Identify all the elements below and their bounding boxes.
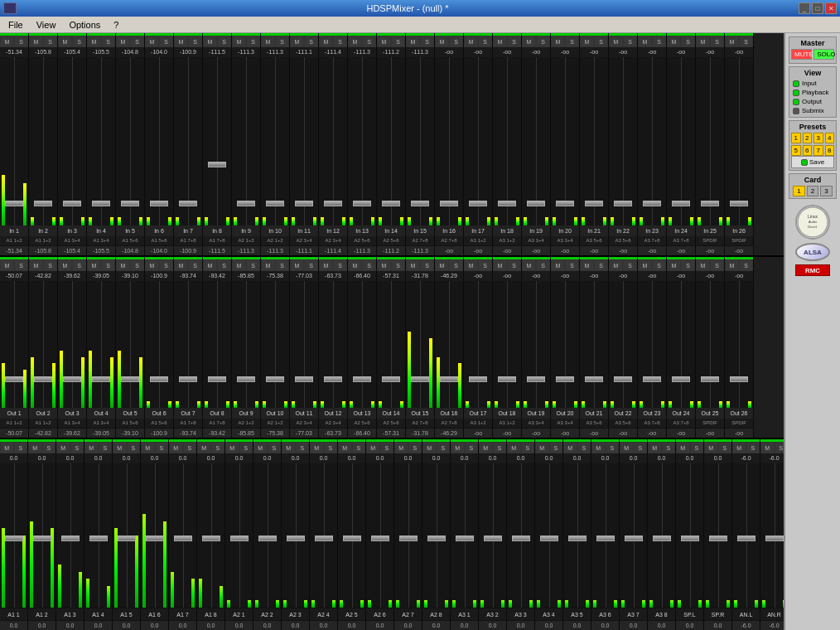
mute-button[interactable]: M [435, 36, 449, 47]
fader-handle[interactable] [512, 536, 530, 541]
fader-handle[interactable] [382, 376, 400, 382]
mute-button[interactable]: M [232, 259, 246, 271]
solo-button[interactable]: S [681, 259, 695, 271]
fader-handle[interactable] [730, 376, 748, 382]
solo-button[interactable]: S [362, 36, 376, 47]
solo-button[interactable]: S [14, 259, 28, 271]
fader-handle[interactable] [266, 201, 284, 206]
fader-handle[interactable] [5, 376, 23, 382]
solo-button[interactable]: S [710, 259, 724, 271]
mute-button[interactable]: M [535, 442, 549, 453]
fader-handle[interactable] [701, 201, 719, 206]
mute-button[interactable]: M [174, 36, 188, 47]
solo-button[interactable]: S [155, 442, 169, 453]
mute-button[interactable]: M [261, 36, 275, 47]
mute-button[interactable]: M [493, 36, 507, 47]
fader-handle[interactable] [208, 162, 226, 167]
solo-button[interactable]: S [42, 442, 56, 453]
mute-button[interactable]: M [232, 36, 246, 47]
solo-button[interactable]: S [391, 259, 405, 271]
mute-button[interactable]: M [0, 259, 14, 271]
fader-handle[interactable] [34, 376, 52, 382]
solo-button[interactable]: S [594, 36, 608, 47]
solo-button[interactable]: S [577, 442, 591, 453]
fader-handle[interactable] [469, 201, 487, 206]
mute-button[interactable]: M [348, 36, 362, 47]
fader-handle[interactable] [353, 376, 371, 382]
fader-handle[interactable] [266, 376, 284, 382]
mute-button[interactable]: M [84, 442, 99, 453]
fader-handle[interactable] [765, 536, 784, 541]
fader-handle[interactable] [643, 376, 661, 382]
solo-button[interactable]: S [391, 36, 405, 47]
mute-button[interactable]: M [522, 259, 536, 271]
fader-handle[interactable] [295, 201, 313, 206]
solo-button[interactable]: S [239, 442, 253, 453]
fader-handle[interactable] [353, 201, 371, 206]
mute-button[interactable]: M [580, 36, 594, 47]
fader-handle[interactable] [174, 536, 192, 541]
mute-button[interactable]: M [507, 442, 521, 453]
solo-button[interactable]: S [634, 442, 648, 453]
mute-button[interactable]: M [479, 442, 493, 453]
view-output-button[interactable]: Output [791, 97, 834, 106]
mute-button[interactable]: M [0, 442, 14, 453]
mute-button[interactable]: M [0, 36, 14, 47]
mute-button[interactable]: M [609, 36, 623, 47]
fader-handle[interactable] [237, 201, 255, 206]
fader-handle[interactable] [440, 376, 458, 382]
preset-2[interactable]: 2 [803, 133, 813, 143]
solo-button[interactable]: S [380, 442, 394, 453]
mute-button[interactable]: M [551, 36, 565, 47]
solo-button[interactable]: S [14, 36, 28, 47]
mute-button[interactable]: M [732, 442, 746, 453]
mute-button[interactable]: M [282, 442, 296, 453]
mute-button[interactable]: M [667, 259, 681, 271]
mute-button[interactable]: M [406, 36, 420, 47]
solo-button[interactable]: S [304, 259, 318, 271]
mute-button[interactable]: M [174, 259, 188, 271]
fader-handle[interactable] [411, 201, 429, 206]
fader-handle[interactable] [324, 201, 342, 206]
fader-handle[interactable] [92, 376, 110, 382]
solo-button[interactable]: S [99, 442, 113, 453]
fader-handle[interactable] [202, 536, 220, 541]
solo-button[interactable]: S [739, 36, 753, 47]
solo-button[interactable]: S [333, 259, 347, 271]
solo-button[interactable]: S [333, 36, 347, 47]
master-mute-button[interactable]: MUTE [791, 49, 812, 60]
fader-handle[interactable] [287, 536, 305, 541]
fader-handle[interactable] [179, 201, 197, 206]
solo-button[interactable]: S [159, 36, 173, 47]
fader-handle[interactable] [585, 376, 603, 382]
solo-button[interactable]: S [14, 442, 28, 453]
mute-button[interactable]: M [551, 259, 565, 271]
solo-button[interactable]: S [420, 36, 434, 47]
solo-button[interactable]: S [536, 36, 550, 47]
solo-button[interactable]: S [217, 259, 231, 271]
fader-handle[interactable] [614, 376, 632, 382]
fader-handle[interactable] [63, 201, 81, 206]
minimize-button[interactable]: _ [799, 2, 810, 14]
solo-button[interactable]: S [130, 259, 144, 271]
solo-button[interactable]: S [101, 259, 115, 271]
fader-handle[interactable] [484, 536, 502, 541]
mute-button[interactable]: M [197, 442, 211, 453]
mute-button[interactable]: M [422, 442, 437, 453]
fader-handle[interactable] [440, 201, 458, 206]
mute-button[interactable]: M [725, 36, 739, 47]
solo-button[interactable]: S [127, 442, 141, 453]
mute-button[interactable]: M [141, 442, 155, 453]
mute-button[interactable]: M [609, 259, 623, 271]
menu-help[interactable]: ? [107, 18, 125, 32]
mute-button[interactable]: M [580, 259, 594, 271]
fader-handle[interactable] [343, 536, 361, 541]
mute-button[interactable]: M [620, 442, 634, 453]
mute-button[interactable]: M [591, 442, 606, 453]
solo-button[interactable]: S [352, 442, 366, 453]
maximize-button[interactable]: □ [812, 2, 823, 14]
mute-button[interactable]: M [290, 36, 304, 47]
solo-button[interactable]: S [565, 36, 579, 47]
fader-handle[interactable] [585, 201, 603, 206]
fader-handle[interactable] [568, 536, 587, 541]
